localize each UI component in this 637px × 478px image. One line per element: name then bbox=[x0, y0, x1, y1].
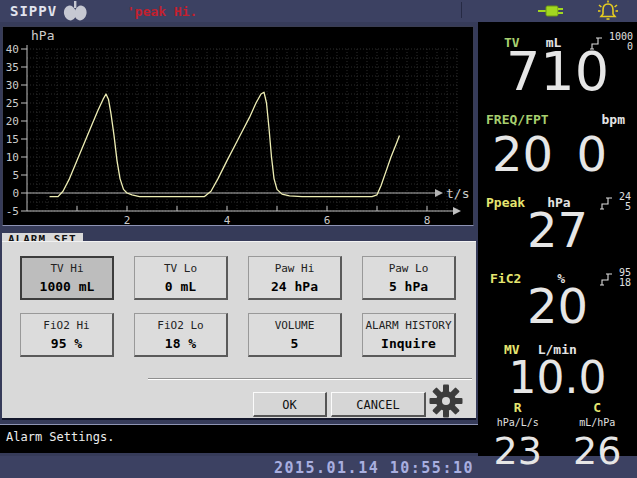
c-label: C bbox=[593, 400, 601, 415]
paw-hi-button[interactable]: Paw Hi 24 hPa bbox=[248, 256, 342, 300]
fio2-value: 20 bbox=[478, 278, 637, 334]
pressure-waveform-panel: 4035302520151050-5hPa2468t/s bbox=[2, 26, 474, 226]
resistance-compliance-row: R hPa/L/s 23 C mL/hPa 26 bbox=[478, 400, 637, 473]
ac-power-icon bbox=[538, 3, 566, 23]
freq-values: 20 0 bbox=[478, 126, 637, 182]
tv-lo-label: TV Lo bbox=[164, 262, 197, 275]
alarm-button-grid: TV Hi 1000 mL TV Lo 0 mL Paw Hi 24 hPa P… bbox=[20, 256, 456, 357]
fio2-lo-button[interactable]: FiO2 Lo 18 % bbox=[134, 313, 228, 357]
svg-text:6: 6 bbox=[324, 214, 331, 225]
freq-set-value: 20 bbox=[492, 126, 553, 182]
resistance-block: R hPa/L/s 23 bbox=[494, 400, 542, 473]
settings-gear-icon[interactable] bbox=[429, 384, 463, 422]
paw-lo-label: Paw Lo bbox=[389, 262, 429, 275]
svg-text:30: 30 bbox=[6, 79, 19, 92]
tv-hi-button[interactable]: TV Hi 1000 mL bbox=[20, 256, 114, 300]
alarm-history-label: ALARM HISTORY bbox=[365, 319, 451, 332]
volume-label: VOLUME bbox=[275, 319, 315, 332]
freq-unit: bpm bbox=[602, 112, 625, 127]
ok-button[interactable]: OK bbox=[253, 392, 327, 417]
svg-text:0: 0 bbox=[12, 187, 19, 200]
paw-lo-button[interactable]: Paw Lo 5 hPa bbox=[362, 256, 456, 300]
dialog-tab-row: ALARM SET bbox=[2, 228, 476, 241]
fio2-hi-button[interactable]: FiO2 Hi 95 % bbox=[20, 313, 114, 357]
svg-text:10: 10 bbox=[6, 151, 19, 164]
paw-lo-value: 5 hPa bbox=[389, 279, 428, 294]
c-unit: mL/hPa bbox=[579, 417, 615, 428]
svg-text:25: 25 bbox=[6, 97, 19, 110]
volume-button[interactable]: VOLUME 5 bbox=[248, 313, 342, 357]
alarm-set-dialog: ALARM SET TV Hi 1000 mL TV Lo 0 mL Paw H… bbox=[2, 228, 476, 420]
svg-text:20: 20 bbox=[6, 115, 19, 128]
tv-hi-value: 1000 mL bbox=[40, 279, 95, 294]
dialog-separator bbox=[148, 378, 472, 379]
freq-spont-value: 0 bbox=[576, 126, 607, 182]
svg-text:hPa: hPa bbox=[31, 28, 54, 43]
top-bar-divider bbox=[461, 2, 462, 18]
svg-text:5: 5 bbox=[12, 169, 19, 182]
svg-text:35: 35 bbox=[6, 61, 19, 74]
alarm-history-button[interactable]: ALARM HISTORY Inquire bbox=[362, 313, 456, 357]
fio2-hi-value: 95 % bbox=[51, 336, 82, 351]
dialog-body: TV Hi 1000 mL TV Lo 0 mL Paw Hi 24 hPa P… bbox=[2, 241, 476, 420]
ppeak-value: 27 bbox=[478, 202, 637, 258]
svg-text:2: 2 bbox=[124, 214, 131, 225]
r-label: R bbox=[514, 400, 522, 415]
pressure-waveform-chart: 4035302520151050-5hPa2468t/s bbox=[3, 27, 473, 225]
fio2-hi-label: FiO2 Hi bbox=[43, 319, 89, 332]
status-message-bar: Alarm Settings. bbox=[0, 424, 478, 453]
svg-text:40: 40 bbox=[6, 43, 19, 56]
r-unit: hPa/L/s bbox=[497, 417, 539, 428]
c-value: 26 bbox=[573, 429, 621, 473]
paw-hi-value: 24 hPa bbox=[271, 279, 318, 294]
svg-text:15: 15 bbox=[6, 133, 19, 146]
paw-hi-label: Paw Hi bbox=[275, 262, 315, 275]
svg-text:8: 8 bbox=[424, 214, 431, 225]
tv-value: 710 bbox=[478, 40, 637, 103]
svg-text:t/s: t/s bbox=[446, 186, 469, 201]
active-alarm-message: 'peak Hi. bbox=[127, 4, 197, 19]
freq-label: FREQ/FPT bbox=[486, 112, 549, 127]
mv-value: 10.0 bbox=[478, 352, 637, 403]
lungs-icon bbox=[62, 1, 88, 25]
ventilation-mode-label: SIPPV bbox=[10, 3, 57, 19]
top-bar: SIPPV 'peak Hi. bbox=[0, 0, 637, 22]
date-time-display: 2015.01.14 10:55:10 bbox=[274, 459, 474, 477]
alarm-history-value: Inquire bbox=[381, 336, 436, 351]
status-message: Alarm Settings. bbox=[0, 425, 478, 444]
tv-lo-button[interactable]: TV Lo 0 mL bbox=[134, 256, 228, 300]
tv-lo-value: 0 mL bbox=[165, 279, 196, 294]
tv-hi-label: TV Hi bbox=[50, 262, 83, 275]
svg-text:-5: -5 bbox=[6, 205, 19, 218]
r-value: 23 bbox=[494, 429, 542, 473]
fio2-lo-value: 18 % bbox=[165, 336, 196, 351]
fio2-lo-label: FiO2 Lo bbox=[157, 319, 203, 332]
freq-header: FREQ/FPT bpm bbox=[478, 112, 637, 127]
compliance-block: C mL/hPa 26 bbox=[573, 400, 621, 473]
ventilator-screen: SIPPV 'peak Hi. bbox=[0, 0, 637, 478]
measurement-panel: TV mL 1000 0 710 FREQ/FPT bpm 20 0 Ppeak bbox=[478, 22, 637, 456]
cancel-button[interactable]: CANCEL bbox=[331, 392, 426, 417]
svg-text:4: 4 bbox=[224, 214, 231, 225]
volume-value: 5 bbox=[291, 336, 299, 351]
